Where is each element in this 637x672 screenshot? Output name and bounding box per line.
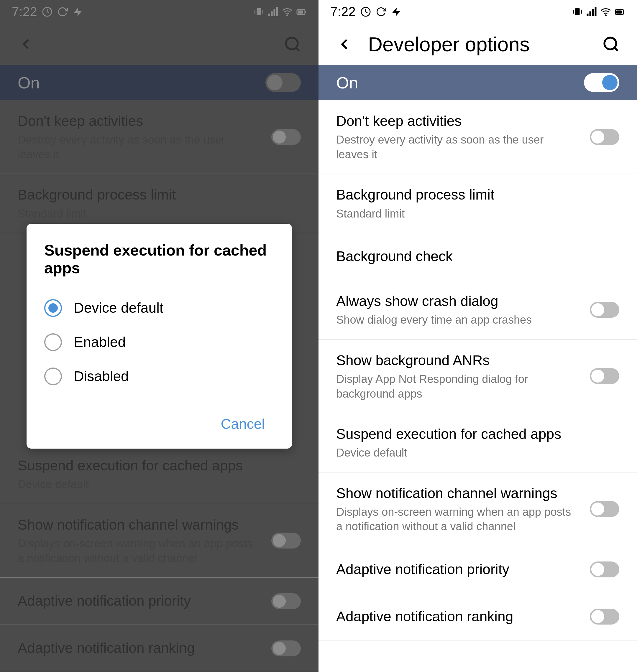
svg-rect-22	[595, 7, 597, 17]
setting-crash-dialog-right[interactable]: Always show crash dialog Show dialog eve…	[318, 280, 637, 339]
dialog-title: Suspend execution for cached apps	[44, 241, 274, 277]
setting-subtitle: Display App Not Responding dialog for ba…	[336, 372, 578, 401]
toggle-crash-dialog-right[interactable]	[590, 302, 619, 318]
setting-title: Suspend execution for cached apps	[336, 425, 607, 443]
svg-line-27	[615, 48, 618, 51]
toggle-label-right: On	[336, 73, 358, 92]
toggle-notif-channel-right[interactable]	[590, 501, 619, 517]
radio-enabled[interactable]: Enabled	[44, 325, 274, 359]
setting-notif-channel-right[interactable]: Show notification channel warnings Displ…	[318, 472, 637, 546]
vibrate-icon-right	[572, 6, 583, 17]
setting-subtitle: Displays on-screen warning when an app p…	[336, 505, 578, 534]
wifi-icon-right	[600, 6, 611, 17]
settings-list-right: Don't keep activities Destroy every acti…	[318, 100, 637, 672]
setting-subtitle: Standard limit	[336, 207, 607, 221]
svg-rect-25	[616, 11, 622, 14]
setting-title: Always show crash dialog	[336, 292, 578, 310]
back-button-right[interactable]	[333, 33, 356, 56]
left-panel: 7:22	[0, 0, 318, 672]
app-bar-right: Developer options	[318, 23, 637, 65]
toggle-knob-right	[602, 75, 618, 90]
radio-circle-selected	[44, 299, 62, 317]
setting-bg-anr-right[interactable]: Show background ANRs Display App Not Res…	[318, 339, 637, 413]
radio-label-enabled: Enabled	[74, 334, 126, 350]
signal-icon-right	[586, 6, 597, 17]
svg-marker-15	[392, 7, 400, 16]
svg-rect-20	[589, 12, 591, 17]
toggle-adaptive-notif-right[interactable]	[590, 561, 619, 577]
dialog-overlay[interactable]: Suspend execution for cached apps Device…	[0, 0, 318, 672]
setting-title: Background check	[336, 247, 607, 265]
radio-device-default[interactable]: Device default	[44, 291, 274, 325]
svg-rect-21	[592, 9, 594, 16]
refresh-icon-right	[376, 6, 386, 17]
setting-title: Background process limit	[336, 186, 607, 204]
setting-title: Don't keep activities	[336, 112, 578, 130]
setting-subtitle: Device default	[336, 446, 607, 460]
setting-subtitle: Destroy every activity as soon as the us…	[336, 133, 578, 162]
status-bar-right: 7:22	[318, 0, 637, 23]
toggle-bg-anr-right[interactable]	[590, 368, 619, 384]
main-toggle-right[interactable]	[584, 73, 619, 92]
setting-adaptive-notif-right[interactable]: Adaptive notification priority	[318, 546, 637, 593]
battery-icon-right	[615, 6, 625, 17]
right-panel: 7:22	[318, 0, 637, 672]
setting-suspend-right[interactable]: Suspend execution for cached apps Device…	[318, 413, 637, 472]
search-button-right[interactable]	[599, 33, 623, 56]
setting-title: Adaptive notification priority	[336, 560, 578, 579]
bolt-icon-right	[391, 6, 402, 17]
setting-bg-check-right[interactable]: Background check	[318, 233, 637, 280]
radio-circle-disabled	[44, 368, 62, 385]
cancel-button[interactable]: Cancel	[212, 411, 274, 437]
toggle-adaptive-ranking-right[interactable]	[590, 609, 619, 624]
setting-title: Show background ANRs	[336, 351, 578, 370]
svg-point-23	[605, 15, 606, 16]
radio-circle-enabled	[44, 333, 62, 351]
radio-disabled[interactable]: Disabled	[44, 359, 274, 393]
toggle-header-right: On	[318, 65, 637, 100]
setting-adaptive-ranking-right[interactable]: Adaptive notification ranking	[318, 593, 637, 640]
setting-bg-process-right[interactable]: Background process limit Standard limit	[318, 174, 637, 233]
svg-rect-16	[575, 8, 580, 15]
radio-label-device-default: Device default	[74, 300, 163, 316]
setting-title: Adaptive notification ranking	[336, 608, 578, 626]
dialog: Suspend execution for cached apps Device…	[26, 224, 292, 449]
clock-icon-right	[360, 6, 371, 17]
setting-dont-keep-right[interactable]: Don't keep activities Destroy every acti…	[318, 100, 637, 174]
setting-title: Show notification channel warnings	[336, 484, 578, 503]
toggle-dont-keep-right[interactable]	[590, 129, 619, 145]
setting-subtitle: Show dialog every time an app crashes	[336, 313, 578, 327]
time-right: 7:22	[330, 4, 356, 19]
dialog-actions: Cancel	[44, 405, 274, 437]
svg-point-26	[604, 38, 616, 50]
radio-label-disabled: Disabled	[74, 368, 129, 384]
svg-rect-19	[587, 14, 589, 16]
page-title-right: Developer options	[368, 33, 587, 56]
